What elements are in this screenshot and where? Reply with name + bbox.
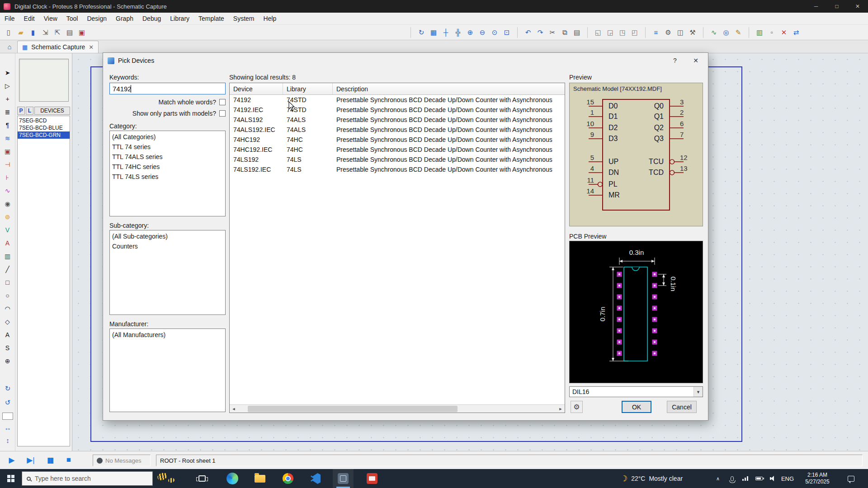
subcategory-item[interactable]: (All Sub-categories) <box>110 231 225 241</box>
category-item[interactable]: TTL 74ALS series <box>110 152 225 162</box>
cancel-button[interactable]: Cancel <box>667 401 697 413</box>
table-row[interactable]: 74192.IEC 74STD Presettable Synchronous … <box>230 105 565 115</box>
generator-mode-icon[interactable]: ⊚ <box>3 212 13 222</box>
marker-mode-icon[interactable]: ⊕ <box>3 356 13 366</box>
step-button[interactable]: ▶| <box>24 454 38 466</box>
cut-icon[interactable]: ✂ <box>547 28 557 38</box>
rotation-angle-field[interactable] <box>2 413 13 420</box>
table-row[interactable]: 74ALS192 74ALS Presettable Synchronous B… <box>230 115 565 125</box>
zoom-area-icon[interactable]: ⊡ <box>502 28 512 38</box>
block-delete-icon[interactable]: ◰ <box>630 28 640 38</box>
vscode-button[interactable] <box>305 469 326 488</box>
pause-button[interactable]: ▮▮ <box>42 454 57 466</box>
junction-dot-mode-icon[interactable]: + <box>3 94 13 104</box>
red-app-button[interactable] <box>362 469 382 488</box>
voltage-probe-mode-icon[interactable]: V <box>3 225 13 235</box>
redraw-icon[interactable]: ↻ <box>416 28 426 38</box>
category-item[interactable]: (All Categories) <box>110 132 225 142</box>
new-sheet-icon[interactable]: ▫ <box>767 28 777 38</box>
subcategory-item[interactable]: Counters <box>110 241 225 251</box>
graph-mode-icon[interactable]: ∿ <box>3 186 13 196</box>
block-copy-icon[interactable]: ◱ <box>593 28 603 38</box>
menu-item[interactable]: Edit <box>19 13 39 24</box>
menu-item[interactable]: View <box>39 13 62 24</box>
stop-button[interactable]: ■ <box>61 454 76 466</box>
zoom-out-icon[interactable]: ⊖ <box>477 28 487 38</box>
block-move-icon[interactable]: ◲ <box>605 28 615 38</box>
grid-toggle-icon[interactable]: ▦ <box>429 28 439 38</box>
mirror-vertical-icon[interactable]: ↕ <box>0 436 15 444</box>
keywords-input[interactable] <box>109 83 226 94</box>
import-section-icon[interactable]: ⇲ <box>40 28 50 38</box>
scroll-right-icon[interactable]: ► <box>557 405 565 413</box>
save-design-icon[interactable]: ▮ <box>28 28 38 38</box>
zoom-all-icon[interactable]: ⊙ <box>490 28 500 38</box>
device-pin-mode-icon[interactable]: ⊦ <box>3 173 13 183</box>
play-button[interactable]: ▶ <box>5 454 19 466</box>
pan-icon[interactable]: ╬ <box>453 28 463 38</box>
tab-schematic-capture[interactable]: ▦ Schematic Capture ✕ <box>17 41 99 53</box>
pick-parts-icon[interactable]: ≡ <box>651 28 661 38</box>
menu-item[interactable]: File <box>0 13 19 24</box>
goto-sheet-icon[interactable]: ⇄ <box>791 28 801 38</box>
dialog-help-button[interactable]: ? <box>668 55 682 66</box>
table-row[interactable]: 74LS192.IEC 74LS Presettable Synchronous… <box>230 164 565 174</box>
library-manager-button[interactable]: L <box>26 107 33 115</box>
maximize-button[interactable]: □ <box>826 0 847 13</box>
tab-close-icon[interactable]: ✕ <box>89 44 94 51</box>
chevron-down-icon[interactable]: ▾ <box>693 387 703 397</box>
table-row[interactable]: 74ALS192.IEC 74ALS Presettable Synchrono… <box>230 125 565 135</box>
2d-text-mode-icon[interactable]: A <box>3 330 13 340</box>
category-item[interactable]: TTL 74LS series <box>110 172 225 182</box>
messages-panel[interactable]: No Messages <box>93 455 151 466</box>
footprint-select[interactable]: DIL16 ▾ <box>569 386 703 397</box>
paste-icon[interactable]: ▤ <box>572 28 582 38</box>
false-origin-icon[interactable]: ┼ <box>441 28 451 38</box>
table-row[interactable]: 74192 74STD Presettable Synchronous BCD … <box>230 95 565 105</box>
2d-line-mode-icon[interactable]: ╱ <box>3 264 13 274</box>
scrollbar-thumb[interactable] <box>248 406 458 412</box>
block-rotate-icon[interactable]: ◳ <box>618 28 627 38</box>
category-item[interactable]: TTL 74HC series <box>110 162 225 172</box>
weather-widget[interactable]: ☽ 22°C Mostly clear <box>620 469 683 488</box>
volume-tray-button[interactable] <box>768 469 778 488</box>
decompose-icon[interactable]: ⚒ <box>688 28 698 38</box>
proteus-taskbar-button[interactable] <box>333 469 354 488</box>
table-row[interactable]: 74HC192.IEC 74HC Presettable Synchronous… <box>230 145 565 155</box>
text-script-mode-icon[interactable]: ¶ <box>3 120 13 130</box>
redo-icon[interactable]: ↷ <box>535 28 545 38</box>
menu-item[interactable]: System <box>229 13 259 24</box>
print-icon[interactable]: ▤ <box>65 28 75 38</box>
manufacturer-item[interactable]: (All Manufacturers) <box>110 330 225 340</box>
table-row[interactable]: 74LS192 74LS Presettable Synchronous BCD… <box>230 155 565 164</box>
2d-box-mode-icon[interactable]: □ <box>3 277 13 287</box>
hidden-icons-chevron[interactable]: ∧ <box>712 469 723 488</box>
export-section-icon[interactable]: ⇱ <box>52 28 62 38</box>
undo-icon[interactable]: ↶ <box>523 28 533 38</box>
chrome-button[interactable] <box>278 469 298 488</box>
horizontal-scrollbar[interactable]: ◄ ► <box>230 404 565 413</box>
tape-recorder-mode-icon[interactable]: ◉ <box>3 199 13 209</box>
start-button[interactable] <box>0 469 22 488</box>
pick-devices-button[interactable]: P <box>17 107 25 115</box>
table-row[interactable]: 74HC192 74HC Presettable Synchronous BCD… <box>230 135 565 145</box>
packaging-tool-icon[interactable]: ◫ <box>675 28 685 38</box>
file-explorer-button[interactable] <box>250 469 270 488</box>
component-mode-icon[interactable]: ▷ <box>3 81 13 91</box>
remove-sheet-icon[interactable]: ✕ <box>779 28 789 38</box>
copy-icon[interactable]: ⧉ <box>560 28 570 38</box>
battery-tray-button[interactable] <box>754 469 764 488</box>
rotate-clockwise-icon[interactable]: ↻ <box>0 385 15 393</box>
dialog-close-button[interactable]: ✕ <box>689 55 703 66</box>
2d-symbol-mode-icon[interactable]: S <box>3 343 13 353</box>
subcircuit-mode-icon[interactable]: ▣ <box>3 146 13 156</box>
category-item[interactable]: TTL 74 series <box>110 142 225 152</box>
2d-circle-mode-icon[interactable]: ○ <box>3 291 13 300</box>
show-only-parts-checkbox[interactable] <box>219 110 226 117</box>
column-header-description[interactable]: Description <box>333 83 565 94</box>
action-center-button[interactable] <box>843 469 859 488</box>
mirror-horizontal-icon[interactable]: ↔ <box>0 424 15 432</box>
rotate-anticlockwise-icon[interactable]: ↺ <box>0 399 15 407</box>
property-assignment-icon[interactable]: ✎ <box>733 28 743 38</box>
network-tray-button[interactable] <box>740 469 750 488</box>
